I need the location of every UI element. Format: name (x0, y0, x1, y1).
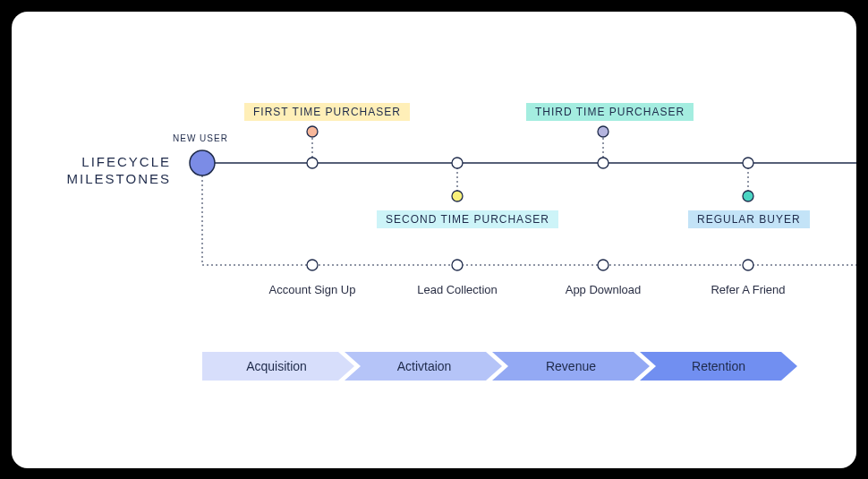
regular-buyer-tag: REGULAR BUYER (688, 210, 810, 228)
svg-point-4 (307, 158, 318, 168)
first-time-purchaser-node (307, 126, 318, 137)
title-line-1: LIFECYCLE (81, 154, 171, 169)
title-line-2: MILESTONES (67, 171, 171, 186)
diagram-card: LIFECYCLE MILESTONES NEW USER FIRST TIME… (12, 12, 856, 468)
diagram-svg (12, 12, 856, 468)
svg-point-8 (598, 158, 608, 168)
app-download-label: App Download (566, 283, 642, 296)
account-sign-up-label: Account Sign Up (269, 283, 356, 296)
second-time-purchaser-tag: SECOND TIME PURCHASER (377, 210, 558, 228)
app-download-node (598, 260, 608, 270)
third-time-purchaser-node (598, 126, 608, 137)
refer-a-friend-node (743, 260, 753, 270)
svg-point-10 (743, 158, 753, 168)
lead-collection-node (452, 260, 463, 270)
first-time-purchaser-tag: FIRST TIME PURCHASER (244, 103, 410, 121)
new-user-label: NEW USER (173, 133, 228, 143)
account-sign-up-node (307, 260, 318, 270)
third-time-purchaser-tag: THIRD TIME PURCHASER (526, 103, 694, 121)
regular-buyer-node (743, 191, 753, 201)
second-time-purchaser-node (452, 191, 463, 201)
funnel-label-acquisition: Acquisition (246, 359, 307, 373)
refer-a-friend-label: Refer A Friend (711, 283, 785, 296)
funnel-label-retention: Retention (692, 359, 745, 373)
lead-collection-label: Lead Collection (417, 283, 498, 296)
diagram-title: LIFECYCLE MILESTONES (64, 153, 171, 188)
funnel-label-revenue: Revenue (546, 359, 596, 373)
new-user-node (190, 150, 215, 175)
svg-point-6 (452, 158, 463, 168)
funnel-label-activation: Activtaion (397, 359, 452, 373)
